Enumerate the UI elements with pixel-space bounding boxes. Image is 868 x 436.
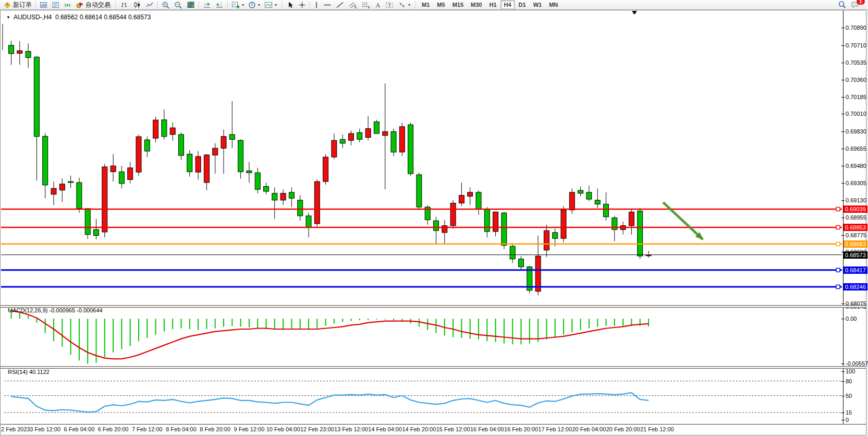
price-tick-label: 0.70890 bbox=[846, 25, 866, 31]
arrows-icon bbox=[398, 1, 406, 9]
price-tick-label: 0.69655 bbox=[846, 146, 866, 152]
time-axis-label: 16 Feb 04:00 bbox=[470, 426, 504, 432]
autotrade-icon bbox=[76, 1, 84, 9]
rsi-panel-divider[interactable] bbox=[1, 366, 866, 369]
text-button[interactable]: A bbox=[372, 1, 383, 9]
chart-title: ▼AUDUSD-,H4 0.68562 0.68614 0.68544 0.68… bbox=[6, 14, 151, 21]
zoom-out-button[interactable] bbox=[172, 1, 185, 9]
chevron-down-icon[interactable]: ▾ bbox=[275, 3, 277, 7]
timeframe-button-d1[interactable]: D1 bbox=[515, 0, 530, 10]
indicators-button[interactable]: ▾ bbox=[229, 1, 246, 9]
svg-text:T: T bbox=[388, 3, 392, 8]
rsi-tick-mark bbox=[841, 420, 845, 420]
timeframe-button-w1[interactable]: W1 bbox=[530, 0, 546, 10]
trendline-icon bbox=[336, 1, 344, 9]
timeframe-button-m5[interactable]: M5 bbox=[433, 0, 448, 10]
timeframe-button-m15[interactable]: M15 bbox=[449, 0, 467, 10]
rsi-tick-label: 50 bbox=[846, 393, 852, 399]
macd-tick-label: 0.00 bbox=[846, 316, 857, 322]
price-tick-mark bbox=[841, 131, 845, 132]
time-axis-label: 20 Feb 04:00 bbox=[572, 426, 606, 432]
chevron-down-icon[interactable]: ▾ bbox=[242, 3, 244, 7]
rsi-tick-label: 100 bbox=[846, 368, 855, 374]
horizontal-line-button[interactable] bbox=[321, 1, 334, 9]
vertical-line-button[interactable] bbox=[312, 1, 321, 9]
price-tag-0.69039: 0.69039 bbox=[843, 205, 867, 213]
cursor-icon bbox=[287, 1, 294, 9]
timeframe-button-m1[interactable]: M1 bbox=[418, 0, 433, 10]
candlestick-button[interactable] bbox=[131, 1, 143, 9]
chart-area[interactable] bbox=[0, 10, 866, 435]
time-axis-label: 21 Feb 12:00 bbox=[640, 426, 674, 432]
rsi-tick-mark bbox=[841, 396, 845, 396]
timeframe-button-h1[interactable]: H1 bbox=[485, 0, 500, 10]
timeframe-button-m30[interactable]: M30 bbox=[467, 0, 485, 10]
tile-windows-icon bbox=[187, 1, 195, 9]
channel-button[interactable]: E bbox=[346, 1, 359, 9]
zoom-in-button[interactable] bbox=[160, 1, 172, 9]
channel-icon: E bbox=[348, 1, 357, 9]
chart-window-icon bbox=[40, 1, 47, 9]
periods-button[interactable]: ▾ bbox=[246, 1, 262, 9]
time-axis-label: 8 Feb 04:00 bbox=[166, 426, 197, 432]
price-tick-mark bbox=[841, 114, 845, 114]
toolbar-grip bbox=[114, 1, 117, 8]
toolbar-separator bbox=[227, 1, 228, 8]
bar-chart-icon bbox=[120, 1, 129, 9]
cursor-button[interactable] bbox=[285, 1, 296, 9]
price-tick-mark bbox=[841, 63, 845, 63]
price-tag-0.68573: 0.68573 bbox=[843, 251, 867, 259]
price-tick-label: 0.70010 bbox=[846, 111, 866, 117]
profiles-button[interactable] bbox=[50, 1, 62, 9]
price-tick-mark bbox=[841, 183, 845, 184]
price-tag-0.68417: 0.68417 bbox=[843, 267, 867, 274]
auto-scroll-button[interactable] bbox=[201, 1, 213, 9]
price-tick-label: 0.70185 bbox=[846, 94, 866, 100]
fibonacci-icon: F bbox=[361, 1, 370, 9]
price-tick-mark bbox=[841, 166, 845, 166]
chevron-down-icon[interactable]: ▾ bbox=[408, 3, 410, 7]
rsi-tick-mark bbox=[841, 381, 845, 382]
time-axis-label: 13 Feb 12:00 bbox=[334, 426, 368, 432]
fibonacci-button[interactable]: F bbox=[359, 1, 372, 9]
templates-button[interactable]: ▾ bbox=[262, 1, 279, 9]
bar-chart-button[interactable] bbox=[118, 1, 131, 9]
chart-shift-button[interactable] bbox=[213, 1, 226, 9]
profile-icon bbox=[52, 1, 59, 9]
search-button[interactable] bbox=[836, 1, 849, 9]
chart-shift-marker-icon bbox=[632, 11, 637, 15]
chevron-down-icon[interactable]: ▼ bbox=[6, 15, 10, 20]
trendline-button[interactable] bbox=[334, 1, 346, 9]
time-axis-label: 12 Feb 23:00 bbox=[300, 426, 334, 432]
new-order-button-label: 新订单 bbox=[13, 1, 32, 9]
zoom-in-icon bbox=[162, 1, 170, 9]
macd-tick-mark bbox=[841, 319, 845, 319]
arrows-button[interactable]: ▾ bbox=[396, 1, 412, 9]
chart-shift-icon bbox=[215, 1, 224, 9]
tag-icon bbox=[3, 1, 11, 9]
charts-bar-button[interactable] bbox=[38, 1, 50, 9]
notifications-button[interactable]: 1 bbox=[849, 1, 862, 9]
price-tick-mark bbox=[841, 97, 845, 98]
time-axis-label: 15 Feb 12:00 bbox=[436, 426, 470, 432]
crosshair-button[interactable] bbox=[296, 1, 308, 9]
chevron-down-icon[interactable]: ▾ bbox=[258, 3, 260, 7]
time-axis-border bbox=[1, 424, 866, 425]
macd-tick-mark bbox=[841, 364, 845, 364]
tile-windows-button[interactable] bbox=[185, 1, 197, 9]
price-tag-0.68246: 0.68246 bbox=[843, 283, 867, 290]
time-axis-label: 14 Feb 20:00 bbox=[402, 426, 436, 432]
macd-panel-divider[interactable] bbox=[1, 305, 866, 308]
time-axis-label: 8 Feb 20:00 bbox=[200, 426, 230, 432]
autotrade-button[interactable]: 自动交易 bbox=[74, 1, 113, 9]
new-order-button[interactable]: 新订单 bbox=[1, 1, 34, 9]
mt4-window: 新订单自动交易▾▾▾EFAT▾M1M5M15M30H1H4D1W1MN1 ▼AU… bbox=[0, 0, 868, 436]
notification-badge: 1 bbox=[857, 0, 865, 5]
toolbar-separator bbox=[199, 1, 199, 8]
line-chart-button[interactable] bbox=[143, 1, 156, 9]
timeframe-button-h4[interactable]: H4 bbox=[500, 0, 515, 10]
label-button[interactable]: T bbox=[383, 1, 396, 9]
signals-button[interactable] bbox=[62, 1, 74, 9]
timeframe-button-mn[interactable]: MN bbox=[545, 0, 561, 10]
zoom-out-icon bbox=[174, 1, 182, 9]
